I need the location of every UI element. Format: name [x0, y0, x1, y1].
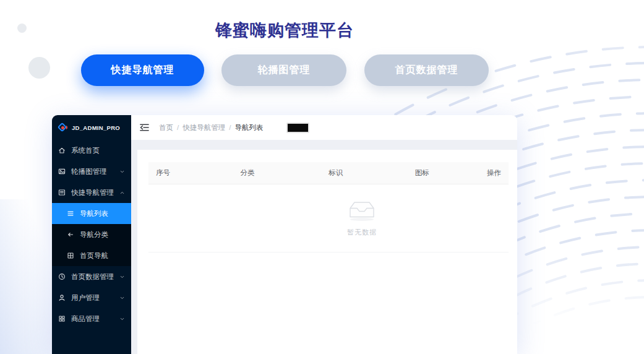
image-icon [58, 168, 66, 175]
sidebar-item-quick-nav[interactable]: 快捷导航管理 [52, 182, 131, 203]
empty-text: 暂无数据 [347, 227, 377, 236]
brand-logo-icon [58, 123, 67, 132]
chevron-down-icon [119, 274, 125, 280]
user-icon [58, 294, 66, 301]
column-header-category: 分类 [202, 168, 293, 178]
brand-name: JD_ADMIN_PRO [72, 124, 120, 131]
breadcrumb-current: 导航列表 [234, 123, 263, 132]
clock-icon [58, 273, 66, 280]
topbar: 首页 / 快捷导航管理 / 导航列表 [131, 115, 517, 140]
chevron-up-icon [119, 190, 125, 196]
chevron-down-icon [119, 316, 125, 322]
sidebar-item-users[interactable]: 用户管理 [52, 287, 131, 308]
sidebar-subitem-home-nav[interactable]: 首页导航 [52, 245, 131, 266]
chevron-down-icon [119, 169, 125, 175]
arrow-left-icon [67, 231, 75, 238]
content-area: 首页 / 快捷导航管理 / 导航列表 序号 分类 标识 图标 操作 [131, 115, 517, 354]
breadcrumb-quick-nav[interactable]: 快捷导航管理 [182, 123, 225, 132]
tab-home-data-management[interactable]: 首页数据管理 [364, 54, 489, 86]
breadcrumb: 首页 / 快捷导航管理 / 导航列表 [159, 123, 263, 132]
page-title: 锋蜜嗨购管理平台 [52, 19, 517, 41]
list-icon [67, 210, 75, 217]
menu-fold-icon[interactable] [139, 123, 149, 132]
column-header-actions: 操作 [465, 168, 509, 178]
column-header-icon: 图标 [379, 168, 465, 178]
sidebar: JD_ADMIN_PRO 系统首页 轮播图管理 快捷导航管理 [52, 115, 131, 354]
sidebar-item-home[interactable]: 系统首页 [52, 140, 131, 161]
topbar-black-box[interactable] [286, 123, 309, 133]
quick-nav-submenu: 导航列表 导航分类 首页导航 [52, 203, 131, 266]
sidebar-item-products[interactable]: 商品管理 [52, 308, 131, 329]
breadcrumb-separator: / [177, 124, 179, 131]
content-body: 序号 分类 标识 图标 操作 暂无数据 [131, 140, 517, 354]
sidebar-item-home-data[interactable]: 首页数据管理 [52, 266, 131, 287]
appstore-icon [58, 315, 66, 322]
sidebar-subitem-nav-list[interactable]: 导航列表 [52, 203, 131, 224]
grid-icon [67, 252, 75, 259]
breadcrumb-home[interactable]: 首页 [159, 123, 173, 132]
table-card: 序号 分类 标识 图标 操作 暂无数据 [137, 150, 517, 354]
admin-panel: JD_ADMIN_PRO 系统首页 轮播图管理 快捷导航管理 [52, 115, 517, 354]
brand: JD_ADMIN_PRO [52, 115, 131, 140]
tab-quick-nav-management[interactable]: 快捷导航管理 [81, 54, 204, 86]
column-header-identifier: 标识 [293, 168, 379, 178]
chevron-down-icon [119, 295, 125, 301]
sidebar-item-carousel[interactable]: 轮播图管理 [52, 161, 131, 182]
nav-box-icon [58, 189, 66, 196]
breadcrumb-separator: / [229, 124, 231, 131]
tab-carousel-management[interactable]: 轮播图管理 [221, 54, 346, 86]
empty-box-icon [348, 200, 376, 221]
table-header-row: 序号 分类 标识 图标 操作 [148, 162, 509, 184]
home-icon [58, 147, 66, 154]
sidebar-subitem-nav-category[interactable]: 导航分类 [52, 224, 131, 245]
table-empty-state: 暂无数据 [148, 184, 509, 253]
column-header-index: 序号 [148, 168, 202, 178]
